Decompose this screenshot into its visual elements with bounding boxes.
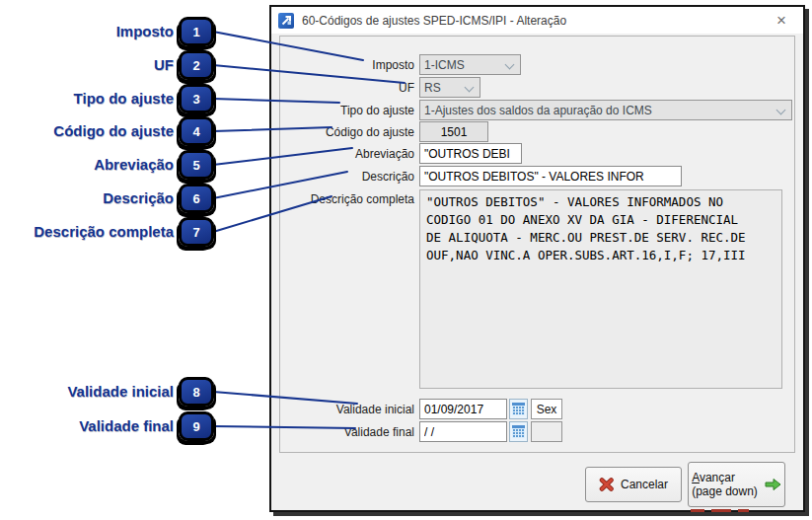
annotation-label-abreviacao: Abreviação xyxy=(94,156,174,174)
callout-badge-1: 1 xyxy=(179,17,214,46)
close-icon[interactable]: × xyxy=(768,10,795,31)
annotation-label-codigo-do-ajuste: Código do ajuste xyxy=(53,122,174,140)
next-button-label: Avançar (page down) xyxy=(692,471,758,498)
row-tipo-do-ajuste: Tipo do ajuste 1-Ajustes dos saldos da a… xyxy=(284,100,792,120)
abreviacao-field[interactable] xyxy=(419,143,522,164)
callout-badge-3: 3 xyxy=(179,84,214,113)
codigo-do-ajuste-label: Código do ajuste xyxy=(284,125,414,139)
annotation-label-descricao-completa: Descrição completa xyxy=(34,223,174,241)
callout-badge-8: 8 xyxy=(179,377,214,407)
validade-inicial-calendar-button[interactable] xyxy=(509,399,528,419)
descricao-completa-label: Descrição completa xyxy=(284,189,414,206)
descricao-field[interactable] xyxy=(419,166,682,186)
annotation-label-imposto: Imposto xyxy=(116,23,174,40)
next-label-initial: A xyxy=(692,471,700,484)
codigo-do-ajuste-field[interactable] xyxy=(419,121,488,142)
validade-inicial-weekday-box: Sex xyxy=(531,399,562,419)
annotation-label-validade-final: Validade final xyxy=(79,417,174,435)
validade-inicial-label: Validade inicial xyxy=(284,403,414,416)
clipped-red-artifact xyxy=(691,509,749,512)
validade-final-weekday-box xyxy=(531,421,562,442)
annotation-label-tipo-do-ajuste: Tipo do ajuste xyxy=(74,90,174,108)
row-codigo-do-ajuste: Código do ajuste xyxy=(284,121,488,142)
annotation-label-uf: UF xyxy=(154,56,174,74)
row-abreviacao: Abreviação xyxy=(284,143,522,164)
abreviacao-label: Abreviação xyxy=(284,147,414,161)
screenshot-canvas: 60-Códigos de ajustes SPED-ICMS/IPI - Al… xyxy=(0,0,812,520)
next-label-rest: vançar xyxy=(700,471,735,484)
callout-badge-5: 5 xyxy=(179,150,214,180)
tipo-do-ajuste-value: 1-Ajustes dos saldos da apuração do ICMS xyxy=(424,104,652,117)
callout-badge-9: 9 xyxy=(179,411,214,441)
cancel-button-label: Cancelar xyxy=(621,478,668,491)
dialog-titlebar: 60-Códigos de ajustes SPED-ICMS/IPI - Al… xyxy=(271,7,803,34)
row-imposto: Imposto 1-ICMS xyxy=(284,54,521,75)
callout-badge-2: 2 xyxy=(179,50,214,80)
next-page-down-button[interactable]: Avançar (page down) xyxy=(688,462,785,507)
uf-value: RS xyxy=(424,81,441,95)
calendar-icon xyxy=(512,425,525,438)
imposto-dropdown[interactable]: 1-ICMS xyxy=(419,54,521,75)
validade-inicial-field[interactable] xyxy=(419,399,507,419)
callout-badge-6: 6 xyxy=(179,184,214,213)
tipo-do-ajuste-label: Tipo do ajuste xyxy=(284,104,414,117)
diagonal-arrow-icon xyxy=(281,15,292,26)
imposto-value: 1-ICMS xyxy=(424,58,465,72)
row-validade-inicial: Validade inicial Sex xyxy=(284,399,562,419)
dialog-codigos-ajustes: 60-Códigos de ajustes SPED-ICMS/IPI - Al… xyxy=(269,5,805,512)
tipo-do-ajuste-dropdown[interactable]: 1-Ajustes dos saldos da apuração do ICMS xyxy=(419,100,792,120)
calendar-icon xyxy=(512,403,525,415)
uf-label: UF xyxy=(284,81,414,95)
descricao-label: Descrição xyxy=(284,170,414,184)
descricao-completa-textarea[interactable]: "OUTROS DEBITOS" - VALORES INFORMADOS NO… xyxy=(419,189,782,389)
validade-final-field[interactable] xyxy=(419,421,507,442)
annotation-label-descricao: Descrição xyxy=(103,189,174,207)
app-icon xyxy=(278,13,294,29)
imposto-label: Imposto xyxy=(284,58,414,72)
row-uf: UF RS xyxy=(284,77,480,98)
callout-badge-7: 7 xyxy=(179,217,214,247)
row-validade-final: Validade final xyxy=(284,421,562,442)
red-x-icon xyxy=(599,478,614,491)
row-descricao: Descrição xyxy=(284,166,682,186)
cancel-button[interactable]: Cancelar xyxy=(585,467,682,502)
row-descricao-completa: Descrição completa "OUTROS DEBITOS" - VA… xyxy=(284,189,782,389)
green-arrow-right-icon xyxy=(765,478,781,491)
validade-final-calendar-button[interactable] xyxy=(509,421,528,442)
uf-dropdown[interactable]: RS xyxy=(419,77,480,98)
validade-final-label: Validade final xyxy=(284,425,414,439)
next-label-line2: (page down) xyxy=(692,484,758,498)
callout-badge-4: 4 xyxy=(179,116,214,146)
dialog-title: 60-Códigos de ajustes SPED-ICMS/IPI - Al… xyxy=(302,14,566,28)
annotation-label-validade-inicial: Validade inicial xyxy=(67,383,174,401)
